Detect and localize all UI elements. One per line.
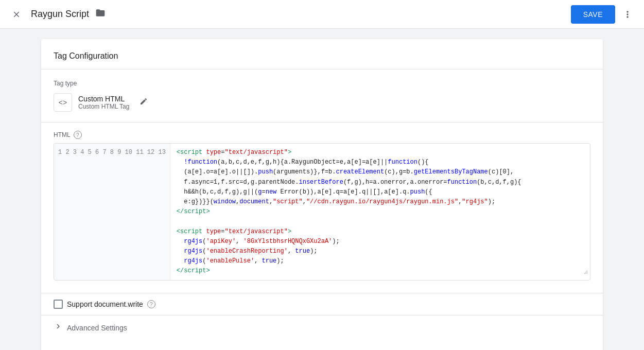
tag-type-section: Tag type <> Custom HTML Custom HTML Tag	[41, 69, 603, 122]
tag-type-name: Custom HTML	[78, 95, 129, 103]
toolbar-right: SAVE	[571, 5, 636, 24]
edit-icon[interactable]	[140, 97, 148, 108]
html-label: HTML	[54, 131, 71, 138]
folder-icon[interactable]	[95, 8, 106, 21]
toolbar-left: Raygun Script	[8, 6, 106, 23]
close-button[interactable]	[8, 6, 25, 23]
tag-type-label: Tag type	[54, 80, 590, 87]
html-label-row: HTML ?	[54, 131, 590, 139]
advanced-settings-label: Advanced Settings	[67, 324, 127, 332]
html-help-icon[interactable]: ?	[74, 131, 82, 139]
support-document-write-label: Support document.write	[67, 300, 143, 308]
tag-type-row: <> Custom HTML Custom HTML Tag	[54, 93, 590, 112]
resize-handle-icon[interactable]	[581, 267, 588, 278]
more-options-button[interactable]	[619, 6, 636, 23]
page-title: Raygun Script	[31, 9, 89, 20]
advanced-settings-section[interactable]: Advanced Settings	[41, 315, 603, 340]
support-document-write-section: Support document.write ?	[41, 293, 603, 315]
toolbar: Raygun Script SAVE	[0, 0, 644, 29]
html-section: HTML ? 1 2 3 4 5 6 7 8 9 10 11 12 13 <sc…	[41, 122, 603, 293]
support-help-icon[interactable]: ?	[147, 300, 155, 308]
card-title: Tag Configuration	[41, 51, 603, 69]
save-button[interactable]: SAVE	[571, 5, 615, 24]
code-editor[interactable]: 1 2 3 4 5 6 7 8 9 10 11 12 13 <script ty…	[54, 143, 590, 281]
custom-html-icon: <>	[54, 93, 72, 112]
code-content[interactable]: <script type="text/javascript"> !functio…	[170, 144, 590, 280]
code-lines-container: 1 2 3 4 5 6 7 8 9 10 11 12 13 <script ty…	[54, 144, 590, 280]
line-numbers: 1 2 3 4 5 6 7 8 9 10 11 12 13	[54, 144, 170, 280]
support-document-write-checkbox[interactable]	[54, 300, 63, 309]
content-area: Tag Configuration Tag type <> Custom HTM…	[0, 29, 644, 350]
chevron-right-icon	[54, 322, 63, 334]
tag-type-sub: Custom HTML Tag	[78, 103, 129, 110]
tag-configuration-card: Tag Configuration Tag type <> Custom HTM…	[41, 39, 603, 350]
tag-info: Custom HTML Custom HTML Tag	[78, 95, 129, 110]
